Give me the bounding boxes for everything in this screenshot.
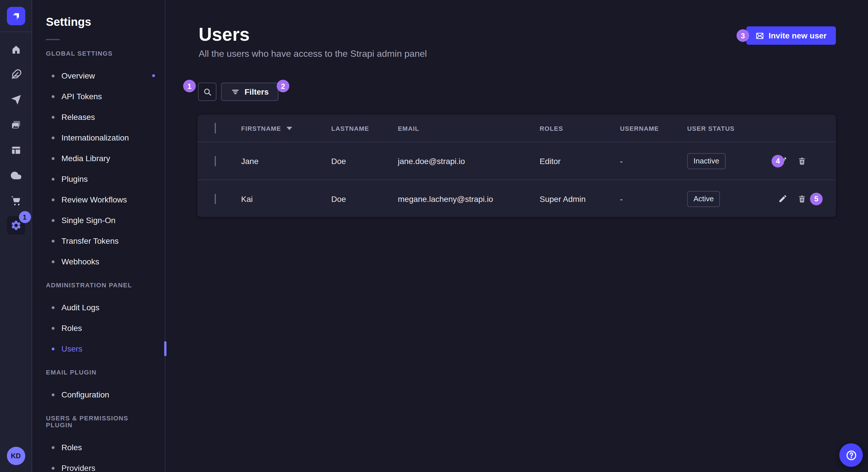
subnav-item-admin-roles[interactable]: Roles [32,318,165,338]
settings-subnav: Settings GLOBAL SETTINGS Overview API To… [32,0,165,472]
section-label-global-settings: GLOBAL SETTINGS [46,50,151,57]
bullet-icon [52,74,55,77]
subnav-item-webhooks[interactable]: Webhooks [32,251,165,272]
column-header-firstname[interactable]: FIRSTNAME [241,125,331,132]
invite-new-user-button[interactable]: Invite new user [746,26,836,45]
subnav-item-up-roles[interactable]: Roles [32,437,165,458]
search-button[interactable] [198,82,216,101]
bullet-icon [52,347,55,350]
subnav-item-providers[interactable]: Providers [32,458,165,472]
title-divider [46,39,60,40]
list-toolbar: 1 Filters 2 [165,82,868,101]
subnav-item-users[interactable]: Users [32,338,165,359]
delete-trash-icon[interactable] [797,156,807,165]
cell-email: megane.lacheny@strapi.io [398,194,539,203]
layout-icon[interactable] [3,138,28,163]
bullet-icon [52,198,55,201]
subnav-item-media-library[interactable]: Media Library [32,148,165,169]
cell-firstname: Jane [241,156,331,165]
bullet-icon [52,446,55,449]
cell-roles: Editor [539,156,620,165]
cell-roles: Super Admin [539,194,620,203]
column-header-roles[interactable]: ROLES [539,125,620,132]
subnav-item-transfer-tokens[interactable]: Transfer Tokens [32,231,165,251]
row-checkbox[interactable] [215,194,216,204]
page-title: Users [198,23,250,46]
table-row[interactable]: Kai Doe megane.lacheny@strapi.io Super A… [197,179,836,217]
media-library-icon[interactable] [3,112,28,138]
cell-username: - [620,194,687,203]
subnav-item-api-tokens[interactable]: API Tokens [32,86,165,107]
help-button[interactable] [839,443,863,467]
cell-lastname: Doe [331,156,398,165]
cell-username: - [620,156,687,165]
home-icon[interactable] [3,37,28,62]
status-badge: Inactive [687,153,725,169]
table-row[interactable]: Jane Doe jane.doe@strapi.io Editor - Ina… [197,142,836,179]
column-header-username[interactable]: USERNAME [620,125,687,132]
section-label-email-plugin: EMAIL PLUGIN [46,369,151,376]
bullet-icon [52,467,55,469]
strapi-logo[interactable] [7,7,25,25]
page-subtitle: All the users who have access to the Str… [198,47,427,61]
main-content: Users All the users who have access to t… [165,0,868,472]
edit-pencil-icon[interactable] [778,194,787,203]
bullet-icon [52,157,55,160]
bullet-icon [52,136,55,139]
user-avatar[interactable]: KD [7,447,25,465]
section-label-users-permissions-plugin: USERS & PERMISSIONS PLUGIN [46,415,151,429]
subnav-item-review-workflows[interactable]: Review Workflows [32,189,165,210]
filter-lines-icon [231,87,240,96]
column-header-lastname[interactable]: LASTNAME [331,125,398,132]
bullet-icon [52,239,55,242]
subnav-item-releases[interactable]: Releases [32,107,165,127]
feather-icon[interactable] [3,62,28,87]
table-header-row: FIRSTNAME LASTNAME EMAIL ROLES USERNAME … [197,115,836,142]
cart-icon[interactable] [3,188,28,213]
search-icon [203,87,212,97]
row-checkbox[interactable] [215,156,216,166]
section-label-administration-panel: ADMINISTRATION PANEL [46,281,151,289]
annotation-badge-1: 1 [183,80,196,92]
strapi-admin-app: 1 KD Settings GLOBAL SETTINGS Overview A… [0,0,868,472]
bullet-icon [52,393,55,396]
bullet-icon [52,327,55,330]
annotation-badge-2: 2 [277,80,289,92]
subnav-title: Settings [46,14,151,30]
cell-lastname: Doe [331,194,398,203]
subnav-item-audit-logs[interactable]: Audit Logs [32,297,165,318]
subnav-item-single-sign-on[interactable]: Single Sign-On [32,210,165,231]
status-badge: Active [687,191,720,207]
bullet-icon [52,219,55,222]
sort-caret-icon [286,127,292,130]
annotation-badge-4: 4 [772,155,784,167]
settings-notification-badge: 1 [19,211,31,223]
users-table: FIRSTNAME LASTNAME EMAIL ROLES USERNAME … [197,115,836,217]
main-nav-rail: 1 KD [0,0,32,472]
settings-gear-icon[interactable]: 1 [7,216,25,235]
cell-email: jane.doe@strapi.io [398,156,539,165]
bullet-icon [52,260,55,263]
cell-firstname: Kai [241,194,331,203]
envelope-icon [755,31,764,40]
subnav-item-internationalization[interactable]: Internationalization [32,127,165,148]
filters-button[interactable]: Filters [221,82,278,101]
paper-plane-icon[interactable] [3,87,28,112]
question-icon [845,449,857,461]
annotation-badge-5: 5 [810,193,823,205]
column-header-user-status[interactable]: USER STATUS [687,125,756,132]
select-all-checkbox[interactable] [215,123,216,133]
delete-trash-icon[interactable] [797,194,807,203]
notification-dot-icon [152,74,155,77]
subnav-item-plugins[interactable]: Plugins [32,169,165,189]
column-header-email[interactable]: EMAIL [398,125,539,132]
bullet-icon [52,95,55,98]
bullet-icon [52,306,55,309]
annotation-badge-3: 3 [737,29,749,42]
subnav-item-overview[interactable]: Overview [32,65,165,86]
bullet-icon [52,115,55,119]
cloud-icon[interactable] [3,163,28,188]
bullet-icon [52,177,55,180]
subnav-item-configuration[interactable]: Configuration [32,384,165,405]
